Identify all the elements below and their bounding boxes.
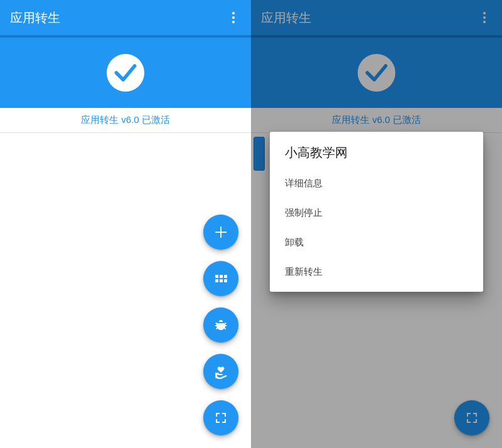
- bug-fab[interactable]: [203, 307, 238, 343]
- check-circle-icon: [107, 54, 144, 92]
- bug-icon: [213, 317, 228, 333]
- heart-hand-icon: [213, 364, 228, 379]
- plus-icon: [213, 225, 228, 240]
- activation-status: 应用转生 v6.0 已激活: [81, 114, 170, 125]
- status-text-bar: 应用转生 v6.0 已激活: [0, 108, 251, 133]
- dual-screenshot-container: 应用转生 应用转生 v6.0 已激活: [0, 0, 502, 448]
- status-banner: [0, 38, 251, 108]
- grid-icon: [215, 275, 227, 282]
- dialog-item-detail[interactable]: 详细信息: [270, 169, 483, 198]
- app-bar: 应用转生: [0, 0, 251, 35]
- expand-fab[interactable]: [203, 400, 238, 435]
- app-title: 应用转生: [10, 9, 60, 26]
- expand-icon: [213, 410, 228, 425]
- overflow-menu-button[interactable]: [221, 5, 246, 30]
- more-vertical-icon: [232, 12, 235, 23]
- left-panel: 应用转生 应用转生 v6.0 已激活: [0, 0, 251, 448]
- fab-column: [203, 215, 238, 435]
- dialog-title: 小高教学网: [270, 144, 483, 169]
- dialog-item-reclone[interactable]: 重新转生: [270, 257, 483, 287]
- context-dialog: 小高教学网 详细信息 强制停止 卸载 重新转生: [270, 132, 483, 292]
- dialog-item-uninstall[interactable]: 卸载: [270, 228, 483, 257]
- grid-fab[interactable]: [203, 261, 238, 296]
- donate-fab[interactable]: [203, 354, 238, 389]
- add-fab[interactable]: [203, 215, 238, 250]
- dialog-item-force-stop[interactable]: 强制停止: [270, 198, 483, 228]
- right-panel: 应用转生 应用转生 v6.0 已激活 小高教学网 详细信息 强制停止 卸载 重新…: [251, 0, 502, 448]
